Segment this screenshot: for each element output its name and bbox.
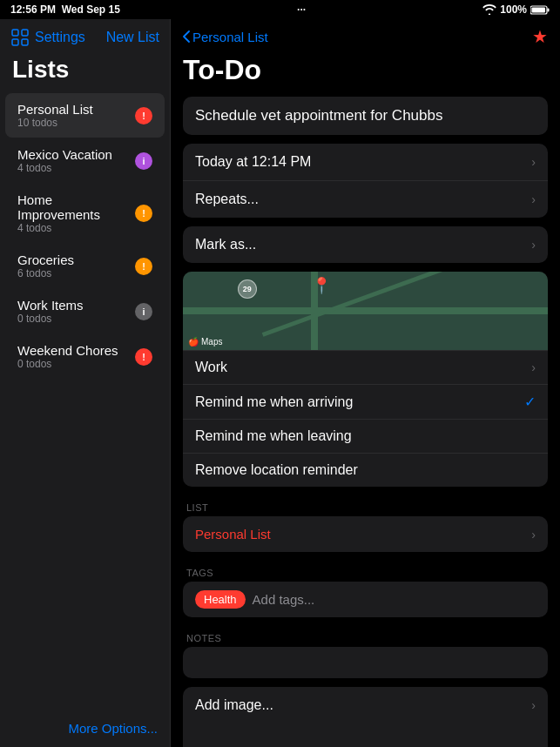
- sidebar-title: Lists: [0, 52, 170, 92]
- repeats-row[interactable]: Repeats... ›: [183, 181, 548, 218]
- svg-rect-2: [532, 7, 546, 12]
- map-road-diagonal: [262, 272, 469, 337]
- notes-section-label: NOTES: [183, 626, 548, 647]
- list-item-badge: i: [135, 152, 152, 170]
- mark-as-row[interactable]: Mark as... ›: [183, 226, 548, 263]
- repeats-label: Repeats...: [195, 192, 259, 207]
- add-image-label: Add image...: [195, 697, 273, 713]
- remove-location-row[interactable]: Remove location reminder: [183, 454, 548, 487]
- list-item-name: Personal List: [17, 102, 93, 117]
- list-item-badge: !: [135, 348, 152, 366]
- image-preview-area: [183, 723, 548, 747]
- svg-rect-3: [12, 30, 18, 36]
- mark-as-card: Mark as... ›: [183, 226, 548, 263]
- sidebar-item-weekend-chores[interactable]: Weekend Chores 0 todos !: [5, 334, 165, 379]
- more-options-button[interactable]: More Options...: [68, 721, 158, 736]
- sidebar-item-personal-list[interactable]: Personal List 10 todos !: [5, 93, 165, 138]
- sidebar-item-home-improvements[interactable]: Home Improvements 4 todos !: [5, 184, 165, 243]
- chevron-right-icon: ›: [531, 155, 536, 169]
- date-repeats-card: Today at 12:14 PM › Repeats... ›: [183, 144, 548, 218]
- list-section-label: LIST: [183, 495, 548, 516]
- list-item-badge: i: [135, 303, 152, 320]
- status-indicators: 100%: [482, 3, 550, 16]
- remind-arriving-row[interactable]: Remind me when arriving ✓: [183, 385, 548, 420]
- location-name: Work: [195, 360, 227, 375]
- battery-level: 100%: [500, 3, 527, 16]
- sidebar-item-mexico-vacation[interactable]: Mexico Vacation 4 todos i: [5, 138, 165, 183]
- sidebar-toolbar: Settings New List: [0, 19, 170, 52]
- sidebar-item-groceries[interactable]: Groceries 6 todos !: [5, 244, 165, 288]
- apple-logo-icon: 🍎: [188, 337, 199, 347]
- list-value: Personal List: [195, 527, 271, 542]
- status-dots: ···: [297, 3, 306, 16]
- list-value-row[interactable]: Personal List ›: [183, 516, 548, 552]
- chevron-right-icon: ›: [531, 698, 536, 712]
- detail-panel: Personal List ★ To-Do Schedule vet appoi…: [171, 19, 560, 747]
- grid-icon: [10, 28, 30, 47]
- detail-toolbar: Personal List ★: [171, 19, 560, 50]
- svg-rect-4: [22, 30, 28, 36]
- main-layout: Settings New List Lists Personal List 10…: [0, 19, 560, 747]
- detail-title: To-Do: [171, 50, 560, 97]
- maps-label: 🍎 Maps: [188, 337, 222, 347]
- sidebar-item-work-items[interactable]: Work Items 0 todos i: [5, 289, 165, 333]
- list-item-count: 10 todos: [17, 117, 93, 129]
- list-item-name: Home Improvements: [17, 192, 135, 222]
- wifi-icon: [482, 4, 496, 15]
- location-card: 29 📍 🍎 Maps Work › Remind me when arrivi…: [183, 272, 548, 487]
- chevron-right-icon: ›: [531, 238, 536, 252]
- list-item-count: 4 todos: [17, 222, 135, 234]
- map-pin-icon: 📍: [312, 276, 331, 295]
- list-item-badge: !: [135, 107, 152, 124]
- list-item-name: Work Items: [17, 298, 84, 313]
- remove-location-label: Remove location reminder: [195, 462, 358, 478]
- chevron-left-icon: [183, 30, 190, 43]
- notes-area[interactable]: [183, 647, 548, 678]
- add-image-row[interactable]: Add image... ›: [183, 687, 548, 723]
- detail-content: Schedule vet appointment for Chubbs Toda…: [171, 97, 560, 747]
- sidebar-bottom: More Options...: [0, 714, 170, 747]
- date-label: Today at 12:14 PM: [195, 154, 311, 170]
- list-value-card: Personal List ›: [183, 516, 548, 552]
- battery-icon: [530, 5, 550, 15]
- list-item-count: 6 todos: [17, 267, 74, 279]
- tags-section-label: TAGS: [183, 561, 548, 582]
- task-title-card: Schedule vet appointment for Chubbs: [183, 97, 548, 135]
- date-row[interactable]: Today at 12:14 PM ›: [183, 144, 548, 181]
- chevron-right-icon: ›: [531, 360, 536, 374]
- task-title: Schedule vet appointment for Chubbs: [195, 107, 536, 124]
- list-item-name: Groceries: [17, 252, 74, 267]
- list-item-count: 0 todos: [17, 358, 118, 370]
- list-item-count: 0 todos: [17, 313, 84, 325]
- sidebar: Settings New List Lists Personal List 10…: [0, 19, 171, 747]
- remind-leaving-row[interactable]: Remind me when leaving: [183, 420, 548, 454]
- mark-as-label: Mark as...: [195, 237, 256, 252]
- list-item-badge: !: [135, 205, 152, 222]
- list-items-container: Personal List 10 todos ! Mexico Vacation…: [0, 92, 170, 714]
- settings-button[interactable]: Settings: [35, 30, 85, 45]
- tags-row: Health Add tags...: [183, 582, 548, 617]
- health-tag[interactable]: Health: [195, 590, 246, 609]
- back-button[interactable]: Personal List: [183, 30, 268, 44]
- svg-rect-5: [12, 39, 18, 45]
- chevron-right-icon: ›: [531, 192, 536, 206]
- status-time: 12:56 PM Wed Sep 15: [10, 3, 120, 16]
- new-list-button[interactable]: New List: [106, 30, 159, 45]
- chevron-right-icon: ›: [531, 528, 536, 542]
- list-item-badge: !: [135, 258, 152, 275]
- star-button[interactable]: ★: [532, 26, 548, 47]
- list-item-name: Mexico Vacation: [17, 147, 112, 162]
- list-item-count: 4 todos: [17, 162, 112, 174]
- svg-rect-6: [22, 39, 28, 45]
- location-name-row[interactable]: Work ›: [183, 350, 548, 385]
- add-tags-button[interactable]: Add tags...: [253, 592, 315, 607]
- list-item-name: Weekend Chores: [17, 343, 118, 358]
- remind-arriving-label: Remind me when arriving: [195, 394, 353, 410]
- status-bar: 12:56 PM Wed Sep 15 ··· 100%: [0, 0, 560, 19]
- add-image-card: Add image... ›: [183, 687, 548, 747]
- remind-leaving-label: Remind me when leaving: [195, 428, 352, 444]
- map-marker-circle: 29: [238, 279, 257, 299]
- checkmark-icon: ✓: [524, 394, 536, 410]
- map-road-horizontal: [183, 307, 548, 314]
- notes-card: [183, 647, 548, 678]
